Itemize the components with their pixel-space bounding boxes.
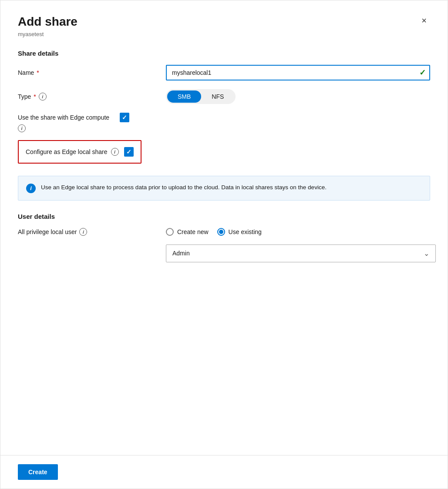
- edge-compute-label: Use the share with Edge compute: [18, 114, 109, 121]
- user-details-section-label: User details: [18, 213, 430, 220]
- type-toggle: SMB NFS: [166, 89, 236, 104]
- name-required-star: *: [37, 69, 39, 76]
- name-valid-checkmark: ✓: [419, 68, 426, 77]
- name-input-wrapper: ✓: [166, 65, 430, 80]
- edge-compute-checkbox[interactable]: ✓: [120, 113, 129, 122]
- name-label: Name *: [18, 69, 166, 76]
- radio-create-new-circle: [166, 228, 174, 236]
- info-banner-icon: i: [26, 184, 36, 193]
- edge-local-label: Configure as Edge local share i: [26, 148, 119, 156]
- privilege-info-icon[interactable]: i: [79, 228, 87, 236]
- radio-use-existing[interactable]: Use existing: [217, 228, 262, 236]
- type-field-row: Type * i SMB NFS: [18, 89, 430, 104]
- dialog-footer: Create: [0, 455, 448, 489]
- type-label: Type * i: [18, 93, 166, 100]
- edge-compute-info-icon[interactable]: i: [18, 124, 26, 132]
- name-field-row: Name * ✓: [18, 65, 430, 80]
- edge-compute-label-row: Use the share with Edge compute ✓: [18, 113, 430, 122]
- dropdown-chevron-icon: ⌄: [424, 249, 429, 258]
- add-share-dialog: Add share × myasetest Share details Name…: [0, 0, 448, 489]
- edge-local-label-text: Configure as Edge local share: [26, 148, 108, 155]
- edge-local-checkmark: ✓: [126, 149, 131, 155]
- info-banner-text: Use an Edge local share to process data …: [41, 183, 327, 192]
- edge-local-checkbox[interactable]: ✓: [124, 147, 134, 157]
- type-required-star: *: [34, 93, 36, 100]
- dialog-content: Add share × myasetest Share details Name…: [0, 0, 448, 455]
- edge-local-share-box: Configure as Edge local share i ✓: [18, 140, 141, 164]
- dialog-subtitle: myasetest: [18, 31, 430, 37]
- radio-use-existing-circle: [217, 228, 225, 236]
- name-input[interactable]: [166, 65, 430, 80]
- user-details-section: User details All privilege local user i …: [18, 213, 430, 262]
- privilege-label: All privilege local user i: [18, 228, 166, 236]
- type-label-text: Type: [18, 93, 31, 100]
- info-banner: i Use an Edge local share to process dat…: [18, 176, 430, 201]
- privilege-field-row: All privilege local user i Create new Us…: [18, 228, 430, 236]
- radio-create-new-label: Create new: [177, 228, 209, 235]
- privilege-radio-group: Create new Use existing: [166, 228, 262, 236]
- dialog-header: Add share ×: [18, 14, 430, 29]
- create-button[interactable]: Create: [18, 464, 58, 480]
- type-nfs-option[interactable]: NFS: [201, 90, 234, 103]
- edge-compute-info-row: i: [18, 124, 430, 132]
- name-label-text: Name: [18, 69, 34, 76]
- radio-use-existing-label: Use existing: [229, 228, 262, 235]
- close-button[interactable]: ×: [418, 14, 430, 27]
- share-details-section-label: Share details: [18, 50, 430, 57]
- admin-dropdown[interactable]: Admin ⌄: [166, 244, 436, 262]
- dialog-title: Add share: [18, 14, 77, 29]
- radio-create-new[interactable]: Create new: [166, 228, 209, 236]
- edge-compute-row: Use the share with Edge compute ✓ i: [18, 113, 430, 132]
- privilege-label-text: All privilege local user: [18, 228, 77, 235]
- type-smb-option[interactable]: SMB: [167, 90, 201, 103]
- type-info-icon[interactable]: i: [39, 93, 47, 100]
- dropdown-wrapper: Admin ⌄: [166, 244, 430, 262]
- dropdown-selected-value: Admin: [172, 250, 190, 257]
- edge-compute-checkmark: ✓: [122, 114, 127, 121]
- edge-local-info-icon[interactable]: i: [111, 148, 119, 156]
